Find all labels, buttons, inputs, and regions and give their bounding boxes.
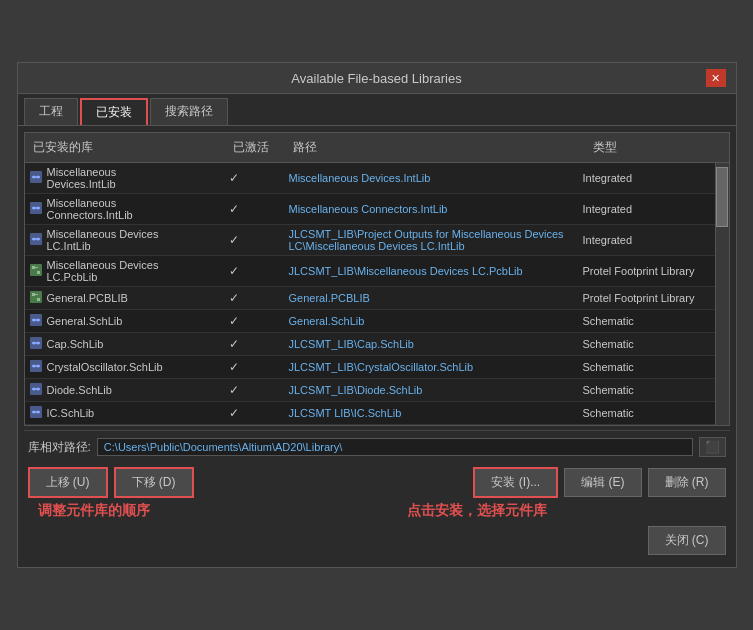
action-buttons-row: 上移 (U) 下移 (D) 安装 (I)... 编辑 (E) 删除 (R): [24, 463, 730, 500]
tab-installed[interactable]: 已安装: [80, 98, 148, 125]
cell-path: JLCSMT_LIB\Project Outputs for Miscellan…: [285, 225, 579, 255]
table-row[interactable]: Miscellaneous Devices LC.PcbLib ✓ JLCSMT…: [25, 256, 715, 287]
dialog-window: Available File-based Libraries ✕ 工程 已安装 …: [17, 62, 737, 568]
lib-icon: [29, 290, 43, 306]
install-button[interactable]: 安装 (I)...: [473, 467, 558, 498]
cell-activated: ✓: [225, 261, 285, 281]
annotation-left: 调整元件库的顺序: [28, 502, 377, 520]
table-scroll-area: Miscellaneous Devices.IntLib ✓ Miscellan…: [25, 163, 729, 425]
move-up-button[interactable]: 上移 (U): [28, 467, 108, 498]
svg-point-26: [32, 342, 35, 345]
tabs-bar: 工程 已安装 搜索路径: [18, 94, 736, 126]
close-window-button[interactable]: ✕: [706, 69, 726, 87]
table-body: Miscellaneous Devices.IntLib ✓ Miscellan…: [25, 163, 715, 425]
cell-activated: ✓: [225, 230, 285, 250]
cell-name: CrystalOscillator.SchLib: [25, 356, 225, 378]
vertical-scrollbar[interactable]: [715, 163, 729, 425]
svg-rect-18: [37, 298, 40, 301]
window-title: Available File-based Libraries: [48, 71, 706, 86]
cell-activated: ✓: [225, 380, 285, 400]
table-row[interactable]: Miscellaneous Devices.IntLib ✓ Miscellan…: [25, 163, 715, 194]
lib-icon: [29, 405, 43, 421]
header-path: 路径: [289, 137, 589, 158]
cell-path: General.SchLib: [285, 312, 579, 330]
cell-type: Integrated: [579, 200, 699, 218]
cell-name: Diode.SchLib: [25, 379, 225, 401]
lib-icon: [29, 201, 43, 217]
remove-button[interactable]: 删除 (R): [648, 468, 726, 497]
cell-name: Miscellaneous Connectors.IntLib: [25, 194, 225, 224]
cell-activated: ✓: [225, 199, 285, 219]
cell-activated: ✓: [225, 334, 285, 354]
cell-path: JLCSMT LIB\IC.SchLib: [285, 404, 579, 422]
browse-folder-button[interactable]: ⬛: [699, 437, 726, 457]
cell-name: Miscellaneous Devices.IntLib: [25, 163, 225, 193]
header-type: 类型: [589, 137, 709, 158]
svg-point-23: [36, 319, 39, 322]
path-value: C:\Users\Public\Documents\Altium\AD20\Li…: [97, 438, 693, 456]
cell-name: Cap.SchLib: [25, 333, 225, 355]
tab-search-path[interactable]: 搜索路径: [150, 98, 228, 125]
footer-path-row: 库相对路径: C:\Users\Public\Documents\Altium\…: [24, 430, 730, 463]
cell-type: Schematic: [579, 335, 699, 353]
table-row[interactable]: Cap.SchLib ✓ JLCSMT_LIB\Cap.SchLib Schem…: [25, 333, 715, 356]
table-row[interactable]: IC.SchLib ✓ JLCSMT LIB\IC.SchLib Schemat…: [25, 402, 715, 425]
svg-rect-16: [30, 291, 42, 303]
cell-path: JLCSMT_LIB\CrystalOscillator.SchLib: [285, 358, 579, 376]
move-down-button[interactable]: 下移 (D): [114, 467, 194, 498]
table-header: 已安装的库 已激活 路径 类型: [25, 133, 729, 163]
header-scroll-spacer: [709, 137, 725, 158]
cell-type: Integrated: [579, 231, 699, 249]
cell-type: Protel Footprint Library: [579, 289, 699, 307]
svg-point-34: [32, 388, 35, 391]
header-name: 已安装的库: [29, 137, 229, 158]
svg-point-10: [32, 238, 35, 241]
library-table: 已安装的库 已激活 路径 类型 Miscellaneous Devices.In…: [24, 132, 730, 426]
svg-point-6: [32, 207, 35, 210]
header-activated: 已激活: [229, 137, 289, 158]
scroll-thumb[interactable]: [716, 167, 728, 227]
svg-point-38: [32, 411, 35, 414]
svg-point-30: [32, 365, 35, 368]
table-row[interactable]: Miscellaneous Devices LC.IntLib ✓ JLCSMT…: [25, 225, 715, 256]
table-row[interactable]: General.SchLib ✓ General.SchLib Schemati…: [25, 310, 715, 333]
svg-point-27: [36, 342, 39, 345]
lib-icon: [29, 382, 43, 398]
svg-point-22: [32, 319, 35, 322]
lib-icon: [29, 263, 43, 279]
table-row[interactable]: CrystalOscillator.SchLib ✓ JLCSMT_LIB\Cr…: [25, 356, 715, 379]
svg-point-7: [36, 207, 39, 210]
cell-path: Miscellaneous Connectors.IntLib: [285, 200, 579, 218]
lib-icon: [29, 170, 43, 186]
tab-project[interactable]: 工程: [24, 98, 78, 125]
cell-activated: ✓: [225, 357, 285, 377]
cell-activated: ✓: [225, 311, 285, 331]
dialog-close-button[interactable]: 关闭 (C): [648, 526, 726, 555]
svg-point-11: [36, 238, 39, 241]
cell-type: Integrated: [579, 169, 699, 187]
cell-path: JLCSMT_LIB\Cap.SchLib: [285, 335, 579, 353]
svg-rect-14: [37, 271, 40, 274]
cell-path: JLCSMT_LIB\Miscellaneous Devices LC.PcbL…: [285, 262, 579, 280]
svg-point-31: [36, 365, 39, 368]
title-bar: Available File-based Libraries ✕: [18, 63, 736, 94]
cell-name: Miscellaneous Devices LC.IntLib: [25, 225, 225, 255]
cell-activated: ✓: [225, 168, 285, 188]
path-label: 库相对路径:: [28, 439, 91, 456]
cell-activated: ✓: [225, 403, 285, 423]
table-row[interactable]: Miscellaneous Connectors.IntLib ✓ Miscel…: [25, 194, 715, 225]
table-row[interactable]: Diode.SchLib ✓ JLCSMT_LIB\Diode.SchLib S…: [25, 379, 715, 402]
annotation-labels: 调整元件库的顺序 点击安装，选择元件库: [24, 500, 730, 526]
cell-name: Miscellaneous Devices LC.PcbLib: [25, 256, 225, 286]
cell-type: Schematic: [579, 404, 699, 422]
svg-point-2: [32, 176, 35, 179]
close-row: 关闭 (C): [24, 526, 730, 561]
svg-point-35: [36, 388, 39, 391]
cell-name: General.SchLib: [25, 310, 225, 332]
edit-button[interactable]: 编辑 (E): [564, 468, 641, 497]
table-row[interactable]: General.PCBLIB ✓ General.PCBLIB Protel F…: [25, 287, 715, 310]
cell-path: Miscellaneous Devices.IntLib: [285, 169, 579, 187]
svg-rect-13: [32, 266, 35, 269]
cell-type: Schematic: [579, 358, 699, 376]
lib-icon: [29, 359, 43, 375]
